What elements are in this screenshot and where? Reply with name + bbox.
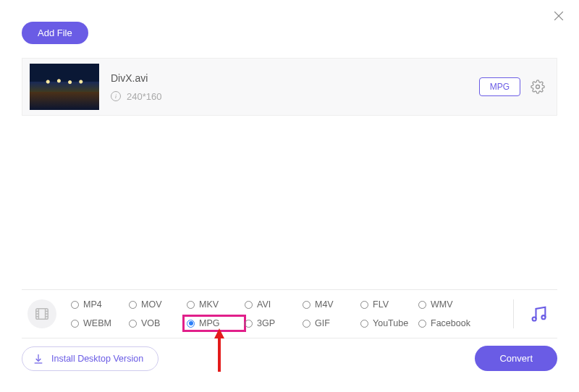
format-option-3gp[interactable]: 3GP: [243, 318, 301, 329]
file-resolution: 240*160: [127, 91, 161, 102]
convert-button[interactable]: Convert: [475, 346, 557, 371]
radio-icon: [245, 320, 253, 328]
radio-icon: [129, 301, 137, 309]
format-option-label: GIF: [315, 318, 330, 328]
format-option-label: MKV: [199, 299, 219, 310]
output-format-chip[interactable]: MPG: [479, 77, 520, 96]
svg-point-12: [533, 317, 536, 320]
gear-icon[interactable]: [531, 80, 545, 94]
file-info: DivX.avi i 240*160: [111, 72, 479, 102]
format-bar: MP4MOVMKVAVIM4VFLVWMVWEBMVOBMPG3GPGIFYou…: [22, 289, 557, 338]
radio-icon: [418, 320, 426, 328]
radio-icon: [187, 320, 195, 328]
radio-icon: [71, 320, 79, 328]
install-desktop-label: Install Desktop Version: [51, 354, 143, 364]
svg-point-13: [541, 315, 545, 319]
format-option-label: M4V: [315, 299, 334, 310]
radio-icon: [245, 301, 253, 309]
video-category-icon[interactable]: [28, 299, 56, 328]
file-card: DivX.avi i 240*160 MPG: [22, 58, 557, 116]
format-option-label: MPG: [199, 318, 219, 328]
format-option-label: WMV: [431, 299, 453, 310]
format-option-label: AVI: [257, 299, 271, 310]
format-option-youtube[interactable]: YouTube: [359, 318, 417, 329]
svg-point-2: [536, 85, 540, 89]
format-option-webm[interactable]: WEBM: [69, 318, 127, 329]
divider: [513, 299, 514, 328]
format-option-avi[interactable]: AVI: [243, 299, 301, 310]
radio-icon: [303, 320, 310, 328]
format-option-mp4[interactable]: MP4: [69, 299, 127, 310]
format-grid: MP4MOVMKVAVIM4VFLVWMVWEBMVOBMPG3GPGIFYou…: [69, 296, 506, 332]
download-icon: [33, 353, 44, 365]
format-option-label: MOV: [141, 299, 161, 310]
radio-icon: [360, 301, 368, 309]
file-name: DivX.avi: [111, 72, 479, 84]
format-option-mov[interactable]: MOV: [127, 299, 185, 310]
format-option-mpg[interactable]: MPG: [185, 318, 243, 329]
format-option-mkv[interactable]: MKV: [185, 299, 243, 310]
format-option-label: MP4: [83, 299, 102, 310]
file-thumbnail: [30, 64, 99, 110]
radio-icon: [303, 301, 310, 309]
radio-icon: [71, 301, 79, 309]
info-icon: i: [111, 91, 121, 101]
radio-icon: [418, 301, 426, 309]
format-option-wmv[interactable]: WMV: [417, 299, 475, 310]
close-icon[interactable]: [551, 9, 566, 23]
install-desktop-button[interactable]: Install Desktop Version: [22, 346, 159, 371]
music-icon[interactable]: [528, 304, 549, 324]
format-option-m4v[interactable]: M4V: [301, 299, 359, 310]
format-option-facebook[interactable]: Facebook: [417, 318, 475, 329]
format-option-flv[interactable]: FLV: [359, 299, 417, 310]
format-option-vob[interactable]: VOB: [127, 318, 185, 329]
bottom-row: Install Desktop Version Convert: [22, 346, 557, 371]
format-option-label: YouTube: [373, 318, 408, 328]
format-option-gif[interactable]: GIF: [301, 318, 359, 329]
format-option-label: 3GP: [257, 318, 275, 328]
add-file-button[interactable]: Add File: [22, 22, 88, 44]
radio-icon: [187, 301, 195, 309]
radio-icon: [360, 320, 368, 328]
format-option-label: WEBM: [83, 318, 111, 328]
radio-icon: [129, 320, 137, 328]
format-option-label: VOB: [141, 318, 160, 328]
format-option-label: Facebook: [431, 318, 470, 328]
format-option-label: FLV: [373, 299, 389, 310]
